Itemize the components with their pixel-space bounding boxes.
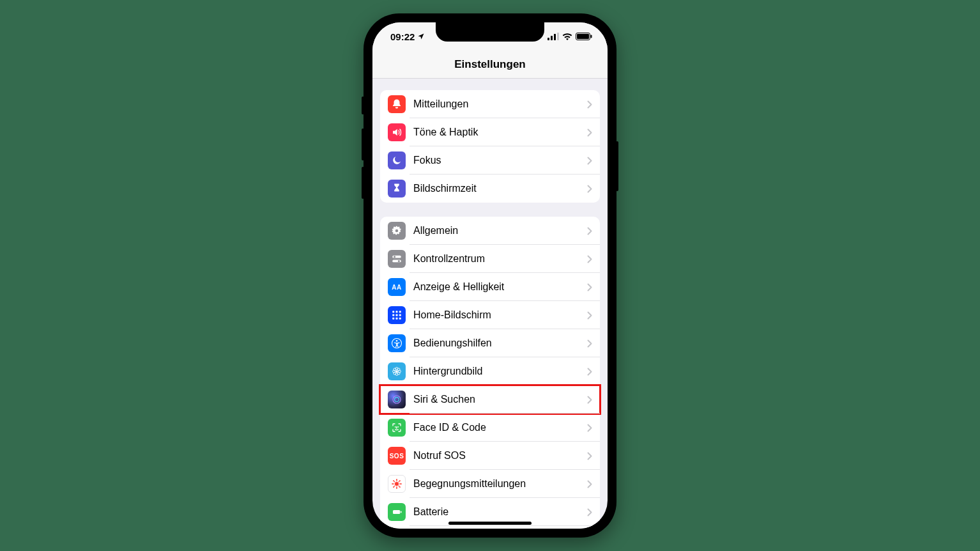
moon-icon	[388, 151, 406, 169]
chevron-right-icon	[587, 100, 592, 109]
svg-rect-13	[399, 311, 401, 313]
svg-point-49	[399, 480, 401, 481]
mute-switch	[362, 97, 364, 114]
settings-row-screentime[interactable]: Bildschirmzeit	[380, 175, 600, 203]
settings-row-faceid[interactable]: Face ID & Code	[380, 414, 600, 442]
svg-point-46	[393, 480, 394, 481]
bell-icon	[388, 95, 406, 113]
settings-group-general: AllgemeinKontrollzentrumAAAnzeige & Hell…	[380, 217, 600, 529]
settings-group-notifications: MitteilungenTöne & HaptikFokusBildschirm…	[380, 90, 600, 203]
svg-rect-12	[396, 311, 398, 313]
svg-rect-0	[547, 38, 549, 40]
power-button	[616, 141, 618, 191]
svg-point-8	[394, 256, 395, 258]
chevron-right-icon	[587, 185, 592, 193]
svg-point-44	[392, 483, 393, 485]
settings-row-label: Face ID & Code	[413, 422, 587, 433]
settings-row-general[interactable]: Allgemein	[380, 217, 600, 245]
settings-row-exposure[interactable]: Begegnungsmitteilungen	[380, 470, 600, 498]
chevron-right-icon	[587, 424, 592, 432]
home-indicator[interactable]	[448, 522, 532, 525]
cellular-icon	[547, 33, 559, 40]
chevron-right-icon	[587, 396, 592, 404]
switches-icon	[388, 250, 406, 268]
screen: 09:22	[372, 22, 608, 529]
settings-row-controlcenter[interactable]: Kontrollzentrum	[380, 245, 600, 273]
svg-point-32	[395, 398, 399, 402]
settings-row-label: Hintergrundbild	[413, 366, 587, 377]
svg-point-42	[396, 479, 397, 480]
svg-rect-15	[396, 314, 398, 316]
navbar: Einstellungen	[372, 50, 608, 79]
svg-rect-19	[399, 318, 401, 320]
status-time: 09:22	[390, 31, 415, 42]
svg-point-47	[399, 486, 401, 488]
settings-content[interactable]: MitteilungenTöne & HaptikFokusBildschirm…	[372, 79, 608, 529]
svg-rect-18	[396, 318, 398, 320]
settings-row-label: Batterie	[413, 506, 587, 518]
settings-row-siri[interactable]: Siri & Suchen	[380, 385, 600, 414]
settings-row-label: Home-Bildschirm	[413, 309, 587, 321]
svg-rect-1	[551, 36, 553, 40]
grid-icon	[388, 306, 406, 324]
svg-rect-2	[554, 34, 556, 40]
settings-row-label: Bedienungshilfen	[413, 338, 587, 349]
gear-icon	[388, 222, 406, 240]
virus-icon	[388, 475, 406, 493]
navbar-title: Einstellungen	[454, 58, 525, 71]
battery-icon	[576, 33, 592, 40]
settings-row-label: Mitteilungen	[413, 98, 587, 110]
settings-row-label: Notruf SOS	[413, 450, 587, 462]
text-aa-icon: AA	[388, 278, 406, 296]
volume-down-button	[362, 167, 364, 199]
svg-point-33	[395, 482, 399, 486]
settings-row-sounds[interactable]: Töne & Haptik	[380, 118, 600, 146]
settings-row-accessibility[interactable]: Bedienungshilfen	[380, 329, 600, 357]
settings-row-label: Töne & Haptik	[413, 127, 587, 138]
faceid-icon	[388, 419, 406, 437]
chevron-right-icon	[587, 452, 592, 460]
flower-icon	[388, 362, 406, 380]
volume-up-button	[362, 128, 364, 160]
location-icon	[417, 33, 425, 40]
settings-row-focus[interactable]: Fokus	[380, 146, 600, 175]
settings-row-label: Fokus	[413, 155, 587, 166]
svg-rect-50	[393, 510, 400, 514]
chevron-right-icon	[587, 128, 592, 137]
chevron-right-icon	[587, 227, 592, 235]
svg-point-22	[395, 370, 398, 373]
notch	[436, 22, 544, 42]
settings-row-homescreen[interactable]: Home-Bildschirm	[380, 301, 600, 329]
svg-point-21	[396, 340, 398, 342]
chevron-right-icon	[587, 508, 592, 516]
battery-icon	[388, 503, 406, 521]
accessibility-icon	[388, 334, 406, 352]
settings-row-label: Allgemein	[413, 225, 587, 237]
svg-point-45	[401, 483, 402, 485]
svg-rect-16	[399, 314, 401, 316]
settings-row-label: Kontrollzentrum	[413, 253, 587, 265]
svg-point-31	[393, 396, 401, 403]
wifi-icon	[562, 33, 572, 40]
settings-row-privacy[interactable]: Datenschutz	[380, 526, 600, 529]
phone-device-frame: 09:22	[364, 13, 616, 538]
siri-icon	[388, 391, 406, 408]
text-sos-icon: SOS	[388, 447, 406, 465]
settings-row-label: Anzeige & Helligkeit	[413, 281, 587, 293]
settings-row-notifications[interactable]: Mitteilungen	[380, 90, 600, 118]
svg-rect-6	[591, 35, 592, 38]
chevron-right-icon	[587, 480, 592, 488]
chevron-right-icon	[587, 157, 592, 165]
chevron-right-icon	[587, 311, 592, 320]
svg-rect-5	[577, 34, 589, 39]
svg-rect-51	[401, 511, 402, 513]
chevron-right-icon	[587, 255, 592, 263]
settings-row-sos[interactable]: SOSNotruf SOS	[380, 442, 600, 470]
speaker-icon	[388, 123, 406, 141]
settings-row-label: Begegnungsmitteilungen	[413, 478, 587, 490]
chevron-right-icon	[587, 368, 592, 376]
settings-row-display[interactable]: AAAnzeige & Helligkeit	[380, 273, 600, 301]
settings-row-wallpaper[interactable]: Hintergrundbild	[380, 357, 600, 385]
status-left: 09:22	[390, 31, 425, 42]
hourglass-icon	[388, 180, 406, 198]
